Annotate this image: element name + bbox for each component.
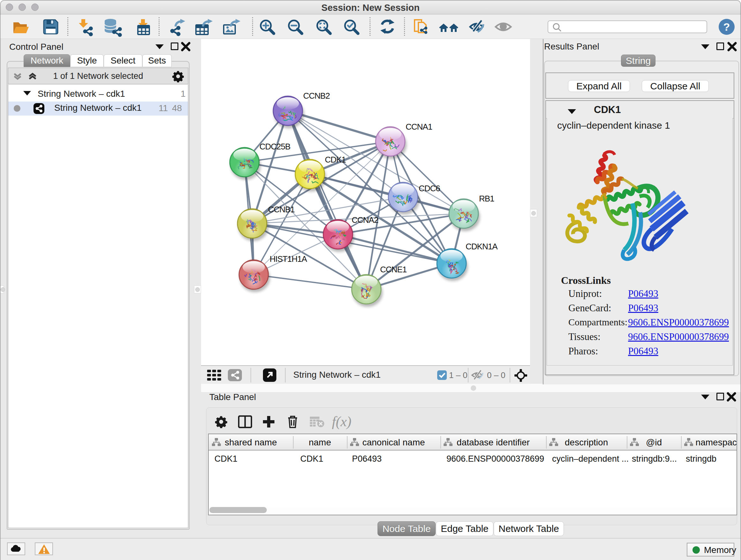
svg-text:CCNE1: CCNE1 — [380, 265, 407, 274]
svg-text:HIST1H1A: HIST1H1A — [270, 254, 307, 264]
svg-text:CDKN1A: CDKN1A — [466, 242, 498, 251]
svg-text:CCNB2: CCNB2 — [303, 91, 330, 101]
svg-text:?: ? — [724, 21, 730, 33]
svg-text:CCNA1: CCNA1 — [406, 122, 432, 132]
svg-text:CDC25B: CDC25B — [259, 142, 290, 151]
svg-text:RB1: RB1 — [479, 194, 494, 203]
svg-text:CDC6: CDC6 — [419, 184, 440, 193]
svg-text:CCNB1: CCNB1 — [268, 205, 295, 214]
svg-text:CCNA2: CCNA2 — [352, 215, 379, 225]
svg-text:CDK1: CDK1 — [325, 155, 346, 165]
